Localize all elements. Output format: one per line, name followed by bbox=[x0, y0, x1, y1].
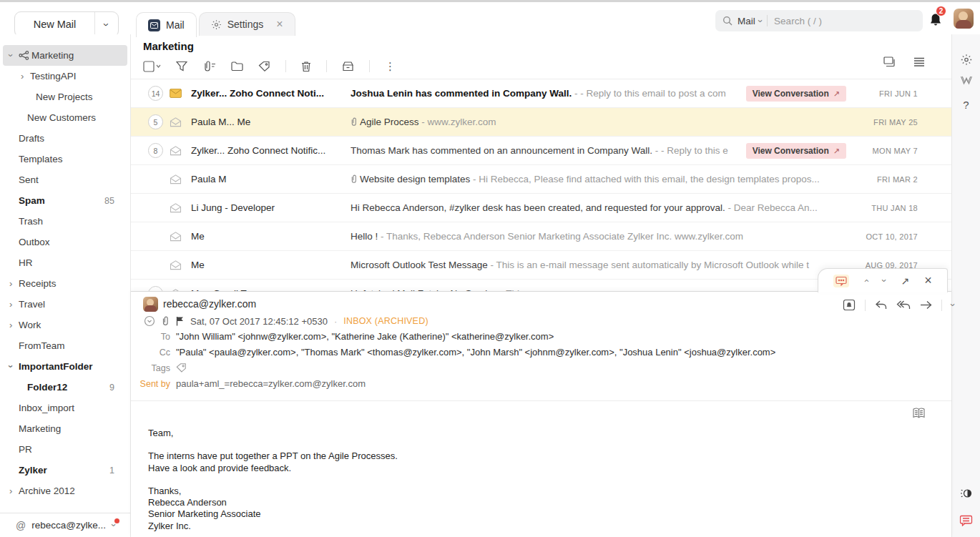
date: FRI MAR 2 bbox=[846, 175, 951, 184]
flag-icon[interactable] bbox=[176, 316, 184, 326]
tab-settings[interactable]: Settings × bbox=[199, 12, 295, 36]
conversation-view-icon[interactable] bbox=[883, 56, 896, 68]
sidebar-item-zylker[interactable]: Zylker1 bbox=[3, 460, 127, 481]
sidebar-item-label: New Customers bbox=[27, 112, 96, 123]
select-all-dropdown[interactable] bbox=[143, 61, 161, 72]
sidebar-item-label: ImportantFolder bbox=[19, 361, 93, 372]
more-actions-dropdown[interactable]: › bbox=[951, 300, 954, 310]
search-divider bbox=[767, 15, 768, 26]
user-avatar[interactable] bbox=[954, 9, 974, 29]
sidebar-item-folder12[interactable]: Folder129 bbox=[3, 377, 127, 398]
reply-all-icon[interactable] bbox=[896, 300, 911, 310]
new-mail-button[interactable]: New Mail bbox=[15, 12, 95, 36]
search-scope-dropdown[interactable]: Mail bbox=[738, 16, 755, 26]
previous-mail-icon[interactable]: › bbox=[864, 276, 867, 285]
archive-button[interactable] bbox=[342, 61, 354, 72]
view-conversation-button[interactable]: View Conversation↗ bbox=[746, 143, 846, 159]
header: New Mail › Mail Settings × Mail bbox=[0, 2, 980, 34]
sidebar-item-label: Zylker bbox=[19, 465, 47, 476]
chevron-right-icon[interactable]: › bbox=[9, 279, 19, 288]
attachment-filter-button[interactable] bbox=[202, 61, 216, 72]
list-density-icon[interactable] bbox=[913, 57, 925, 67]
sidebar-item-work[interactable]: ›Work bbox=[3, 315, 127, 335]
tag-button[interactable] bbox=[258, 61, 270, 72]
delete-button[interactable] bbox=[301, 61, 311, 72]
sidebar-item-trash[interactable]: Trash bbox=[3, 211, 127, 232]
sidebar-item-templates[interactable]: Templates bbox=[3, 149, 127, 169]
reply-icon[interactable] bbox=[875, 300, 887, 310]
folder-count: 1 bbox=[109, 465, 114, 476]
message-meta: Sat, 07 Oct 2017 12:45:12 +0530 · INBOX … bbox=[144, 315, 428, 327]
feedback-icon[interactable] bbox=[959, 515, 973, 526]
sidebar-item-spam[interactable]: Spam85 bbox=[3, 190, 127, 211]
chevron-down-icon[interactable]: › bbox=[9, 51, 19, 60]
sidebar-item-label: Outbox bbox=[19, 237, 50, 247]
mail-tab-icon bbox=[148, 19, 160, 31]
smart-chat-icon[interactable] bbox=[833, 275, 849, 287]
add-tag-icon[interactable] bbox=[176, 363, 187, 373]
reminder-icon[interactable] bbox=[843, 299, 856, 311]
more-options-button[interactable]: ⋮ bbox=[385, 60, 396, 73]
subject: Website design templates bbox=[360, 174, 470, 184]
sidebar-item-inbox-import[interactable]: Inbox_import bbox=[3, 398, 127, 418]
sidebar-item-testingapi[interactable]: ›TestingAPI bbox=[3, 66, 127, 87]
attachment-icon bbox=[351, 174, 358, 184]
tab-mail[interactable]: Mail bbox=[136, 12, 197, 37]
subject-cell: Website design templates - Hi Rebecca, P… bbox=[351, 174, 846, 184]
sidebar-item-importantfolder[interactable]: ›ImportantFolder bbox=[3, 356, 127, 377]
next-mail-icon[interactable]: › bbox=[883, 276, 886, 285]
new-mail-dropdown[interactable]: › bbox=[95, 12, 118, 36]
mail-row[interactable]: 14Zylker... Zoho Connect Noti...Joshua L… bbox=[131, 79, 951, 108]
mail-row[interactable]: MeHello ! - Thanks, Rebecca Anderson Sen… bbox=[131, 222, 951, 251]
chevron-down-icon[interactable]: › bbox=[9, 362, 19, 371]
chevron-right-icon[interactable]: › bbox=[9, 320, 19, 330]
external-arrow-icon: ↗ bbox=[833, 147, 840, 155]
expand-details-icon[interactable] bbox=[144, 315, 155, 327]
date: THU JAN 18 bbox=[846, 204, 951, 212]
chevron-right-icon[interactable]: › bbox=[21, 72, 30, 81]
mail-row[interactable]: Paula MWebsite design templates - Hi Reb… bbox=[131, 165, 951, 194]
chevron-right-icon[interactable]: › bbox=[9, 300, 19, 309]
reader-view-icon[interactable] bbox=[912, 408, 926, 419]
mail-row[interactable]: 8Zylker... Zoho Connect Notific...Thomas… bbox=[131, 137, 951, 165]
sidebar-item-sent[interactable]: Sent bbox=[3, 169, 127, 190]
folder-badge[interactable]: INBOX (ARCHIVED) bbox=[343, 316, 428, 326]
close-preview-icon[interactable]: × bbox=[924, 273, 932, 288]
close-icon[interactable]: × bbox=[276, 19, 283, 30]
chevron-right-icon[interactable]: › bbox=[9, 486, 19, 496]
help-icon[interactable]: ? bbox=[963, 99, 969, 111]
sidebar-item-outbox[interactable]: Outbox bbox=[3, 232, 127, 252]
sender-email[interactable]: rebecca@zylker.com bbox=[163, 298, 256, 310]
mail-row[interactable]: 5Paula M... MeAgile Process - www.zylker… bbox=[131, 108, 951, 137]
move-to-folder-button[interactable] bbox=[231, 61, 243, 72]
cc-label: Cc bbox=[131, 347, 176, 358]
filter-button[interactable] bbox=[176, 61, 187, 72]
sidebar-item-pr[interactable]: PR bbox=[3, 439, 127, 460]
to-label: To bbox=[131, 331, 176, 342]
thread-count-placeholder bbox=[148, 229, 163, 244]
zoho-apps-icon[interactable] bbox=[960, 75, 973, 85]
right-rail: ? bbox=[951, 34, 980, 537]
forward-icon[interactable] bbox=[920, 300, 932, 310]
folder-title: Marketing bbox=[143, 40, 194, 52]
search-bar[interactable]: Mail › Search ( / ) bbox=[715, 10, 923, 31]
sidebar-item-hr[interactable]: HR bbox=[3, 252, 127, 273]
mail-row[interactable]: Li Jung - DeveloperHi Rebecca Anderson, … bbox=[131, 194, 951, 222]
sidebar-item-drafts[interactable]: Drafts bbox=[3, 128, 127, 149]
account-switcher[interactable]: @ rebecca@zylke... › bbox=[0, 513, 131, 537]
sidebar-item-travel[interactable]: ›Travel bbox=[3, 294, 127, 315]
sidebar-item-marketing[interactable]: ›Marketing bbox=[3, 45, 127, 66]
chevron-down-icon: › bbox=[755, 19, 765, 22]
sidebar-item-new-customers[interactable]: New Customers bbox=[3, 107, 127, 128]
sidebar-item-archive-2012[interactable]: ›Archive 2012 bbox=[3, 481, 127, 501]
open-in-new-icon[interactable]: ↗ bbox=[901, 275, 909, 287]
sidebar-item-marketing[interactable]: Marketing bbox=[3, 418, 127, 439]
sidebar-item-fromteam[interactable]: FromTeam bbox=[3, 335, 127, 356]
preview-text: - Thanks, Rebecca Anderson Senior Market… bbox=[378, 231, 743, 242]
sidebar-item-receipts[interactable]: ›Receipts bbox=[3, 273, 127, 294]
sidebar-item-new-projects[interactable]: New Projects bbox=[3, 87, 127, 107]
thread-count-badge: 8 bbox=[148, 143, 163, 158]
settings-gear-icon[interactable] bbox=[960, 54, 972, 66]
view-conversation-button[interactable]: View Conversation↗ bbox=[746, 86, 846, 102]
theme-toggle-icon[interactable] bbox=[960, 488, 973, 499]
